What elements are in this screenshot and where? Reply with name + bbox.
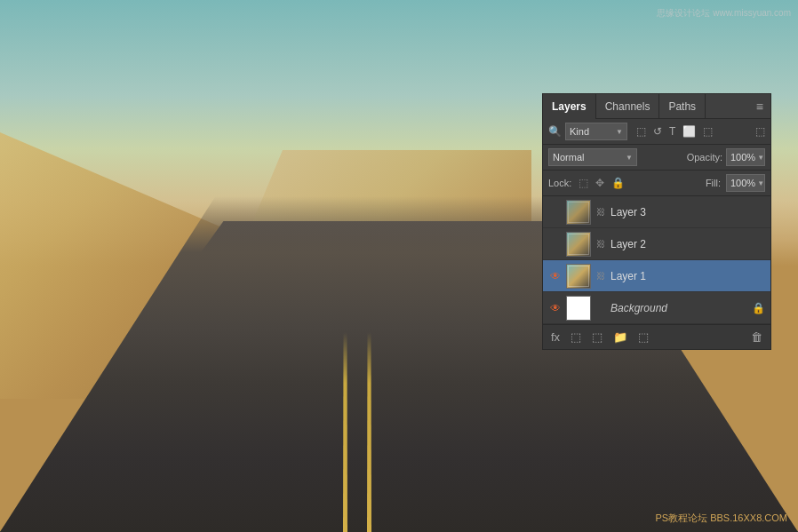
thumbnail-layer1 — [566, 264, 591, 289]
thumb-inner-layer1 — [567, 265, 590, 288]
filter-icon-smart[interactable]: ⬚ — [701, 124, 714, 139]
fx-button[interactable]: fx — [548, 329, 563, 345]
panel-blend-row: Normal ▼ Opacity: 100% ▼ — [543, 145, 770, 171]
lock-icons: ⬚ ✥ 🔒 — [577, 176, 626, 190]
layer-item-layer2[interactable]: 👁 ⛓ Layer 2 — [543, 228, 770, 260]
filter-icon-image[interactable]: ⬚ — [634, 124, 648, 139]
panel-search-row: 🔍 Kind ▼ ⬚ ↺ T ⬜ ⬚ ⬚ — [543, 119, 770, 145]
watermark-top: 思缘设计论坛 www.missyuan.com — [657, 7, 791, 20]
layer-name-layer3: Layer 3 — [610, 206, 765, 218]
search-icon: 🔍 — [548, 125, 562, 138]
opacity-label: Opacity: — [687, 152, 722, 163]
thumb-border-layer3 — [568, 202, 589, 223]
add-mask-button[interactable]: ⬚ — [568, 329, 584, 345]
road-line-left — [343, 333, 347, 532]
layer-name-background: Background — [610, 302, 748, 314]
blend-mode-dropdown[interactable]: Normal ▼ — [548, 148, 637, 166]
lock-pixels-icon[interactable]: ⬚ — [577, 176, 590, 190]
kind-dropdown[interactable]: Kind ▼ — [565, 123, 627, 140]
lock-label: Lock: — [548, 178, 571, 188]
thumb-inner-background — [567, 297, 590, 320]
layer-list: 👁 ⛓ Layer 3 👁 ⛓ Layer 2 👁 — [543, 196, 770, 324]
thumb-border-background — [568, 298, 589, 319]
watermark-bottom: PS教程论坛 BBS.16XX8.COM — [655, 512, 787, 525]
opacity-value-text: 100% — [730, 152, 755, 163]
adjustment-button[interactable]: ⬚ — [589, 329, 605, 345]
chain-icon-layer3: ⛓ — [595, 206, 607, 218]
panel-tabs: Layers Channels Paths ≡ — [543, 94, 770, 119]
kind-arrow: ▼ — [616, 128, 623, 136]
panel-lock-row: Lock: ⬚ ✥ 🔒 Fill: 100% ▼ — [543, 171, 770, 196]
layers-panel: Layers Channels Paths ≡ 🔍 Kind ▼ ⬚ ↺ T ⬜… — [542, 93, 771, 350]
layer-name-layer1: Layer 1 — [610, 270, 765, 282]
layer-name-layer2: Layer 2 — [610, 238, 765, 250]
tab-layers[interactable]: Layers — [543, 94, 596, 119]
new-group-button[interactable]: 📁 — [610, 329, 630, 345]
layer-lock-icon-background: 🔒 — [752, 302, 765, 314]
visibility-icon-layer3[interactable]: 👁 — [548, 205, 563, 219]
fill-input[interactable]: 100% ▼ — [726, 174, 765, 192]
fill-label: Fill: — [706, 178, 721, 188]
new-layer-button[interactable]: ⬚ — [635, 329, 651, 345]
road-line-right — [367, 333, 371, 532]
chain-icon-background — [595, 302, 607, 314]
opacity-input[interactable]: 100% ▼ — [726, 148, 765, 166]
chain-icon-layer2: ⛓ — [595, 238, 607, 250]
filter-icon-text[interactable]: T — [667, 124, 677, 139]
thumb-inner-layer2 — [567, 233, 590, 256]
thumb-border-layer1 — [568, 266, 589, 287]
panel-bottom-toolbar: fx ⬚ ⬚ 📁 ⬚ 🗑 — [543, 324, 770, 349]
visibility-icon-layer1[interactable]: 👁 — [548, 269, 563, 283]
layer-item-layer1[interactable]: 👁 ⛓ Layer 1 — [543, 260, 770, 292]
layer-item-layer3[interactable]: 👁 ⛓ Layer 3 — [543, 196, 770, 228]
tab-channels[interactable]: Channels — [596, 94, 660, 119]
chain-icon-layer1: ⛓ — [595, 270, 607, 282]
fill-value-text: 100% — [730, 178, 755, 188]
blend-mode-label: Normal — [553, 152, 584, 163]
filter-toggle-icon[interactable]: ⬚ — [755, 125, 765, 138]
filter-icon-adjust[interactable]: ↺ — [651, 124, 664, 139]
thumb-border-layer2 — [568, 234, 589, 255]
blend-mode-arrow: ▼ — [626, 154, 633, 162]
lock-move-icon[interactable]: ✥ — [594, 176, 606, 190]
tab-paths[interactable]: Paths — [659, 94, 706, 119]
kind-label: Kind — [570, 126, 589, 137]
fill-arrow: ▼ — [757, 179, 764, 187]
delete-layer-button[interactable]: 🗑 — [748, 329, 765, 345]
opacity-arrow: ▼ — [757, 154, 764, 162]
visibility-icon-layer2[interactable]: 👁 — [548, 237, 563, 251]
filter-icons: ⬚ ↺ T ⬜ ⬚ — [634, 124, 714, 139]
layer-item-background[interactable]: 👁 Background 🔒 — [543, 292, 770, 324]
visibility-icon-background[interactable]: 👁 — [548, 301, 563, 315]
filter-icon-shape[interactable]: ⬜ — [681, 124, 698, 139]
panel-menu-icon[interactable]: ≡ — [749, 95, 770, 118]
thumbnail-background — [566, 296, 591, 321]
lock-all-icon[interactable]: 🔒 — [610, 176, 626, 190]
thumbnail-layer3 — [566, 200, 591, 225]
thumbnail-layer2 — [566, 232, 591, 257]
thumb-inner-layer3 — [567, 201, 590, 224]
